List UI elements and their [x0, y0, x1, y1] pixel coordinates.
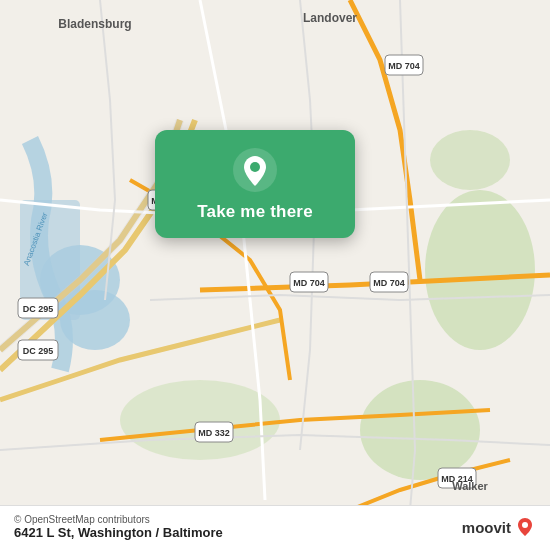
osm-copyright: © OpenStreetMap contributors: [14, 514, 223, 525]
bottom-bar: © OpenStreetMap contributors 6421 L St, …: [0, 505, 550, 550]
svg-point-5: [120, 380, 280, 460]
moovit-text: moovit: [462, 519, 511, 536]
svg-text:Walker: Walker: [452, 480, 488, 492]
svg-text:DC 295: DC 295: [23, 346, 54, 356]
map-svg: MD 704 MD 704 DC 295 DC 295 MD 455 MD 33…: [0, 0, 550, 550]
address-label: 6421 L St, Washington / Baltimore: [14, 525, 223, 540]
take-me-there-popup[interactable]: Take me there: [155, 130, 355, 238]
svg-text:Landover: Landover: [303, 11, 357, 25]
take-me-there-label: Take me there: [197, 202, 313, 222]
svg-point-6: [430, 130, 510, 190]
svg-point-28: [250, 162, 260, 172]
svg-point-1: [360, 380, 480, 480]
bottom-bar-left: © OpenStreetMap contributors 6421 L St, …: [14, 514, 223, 540]
svg-text:MD 704: MD 704: [388, 61, 420, 71]
svg-text:DC 295: DC 295: [23, 304, 54, 314]
bottom-bar-content: © OpenStreetMap contributors 6421 L St, …: [14, 514, 223, 540]
svg-text:MD 704: MD 704: [373, 278, 405, 288]
map-container: MD 704 MD 704 DC 295 DC 295 MD 455 MD 33…: [0, 0, 550, 550]
moovit-pin-icon: [514, 516, 536, 538]
location-pin-icon: [233, 148, 277, 192]
svg-point-0: [425, 190, 535, 350]
svg-point-29: [522, 522, 528, 528]
svg-text:Bladensburg: Bladensburg: [58, 17, 131, 31]
moovit-logo: moovit: [462, 516, 536, 538]
svg-text:MD 704: MD 704: [293, 278, 325, 288]
svg-text:MD 332: MD 332: [198, 428, 230, 438]
